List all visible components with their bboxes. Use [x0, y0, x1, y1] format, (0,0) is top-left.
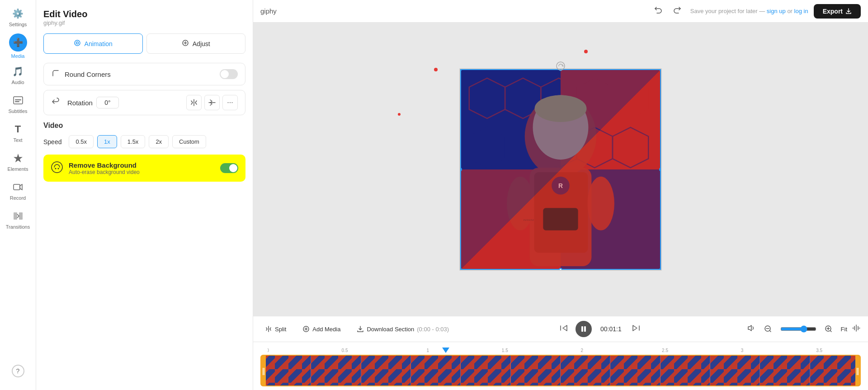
sidebar-item-help[interactable]: ?: [5, 357, 32, 385]
red-dot-2: [584, 50, 588, 53]
zoom-in-btn[interactable]: [821, 321, 836, 337]
rotation-label: Rotation: [67, 99, 93, 107]
sidebar-item-settings[interactable]: ⚙️ Settings: [5, 4, 32, 31]
rotate-handle[interactable]: [556, 61, 566, 73]
track-handle-right[interactable]: ‖: [855, 356, 860, 385]
svg-rect-41: [581, 326, 583, 332]
animation-tab-label: Animation: [85, 40, 113, 47]
track-frame: [461, 356, 510, 385]
remove-background-row: Remove Background Auto-erase background …: [43, 155, 245, 182]
text-icon: T: [12, 123, 24, 136]
ruler-mark-1: 1: [426, 348, 429, 353]
track-handle-left[interactable]: ‖: [261, 356, 266, 385]
adjust-tab-label: Adjust: [193, 40, 210, 47]
ruler-mark-2.5: 2.5: [662, 348, 668, 353]
speed-1x-btn[interactable]: 1x: [97, 135, 117, 148]
bottom-toolbar: Split Add Media Download Section (0:00 -…: [253, 316, 868, 342]
ruler-mark-1.5: 1.5: [502, 348, 508, 353]
skip-forward-button[interactable]: [630, 322, 642, 337]
timeline-area: 0 0.5 1 1.5 2 2.5 3 3.5 ‖: [253, 342, 868, 390]
video-frame: R ∾∾∾: [459, 68, 662, 271]
sidebar-item-label: Elements: [8, 166, 28, 172]
ruler-mark-0: 0: [268, 348, 269, 353]
track-frame: [660, 356, 710, 385]
round-corners-toggle[interactable]: [220, 69, 238, 79]
remove-bg-text: Remove Background Auto-erase background …: [69, 161, 215, 175]
split-button[interactable]: Split: [260, 323, 291, 335]
remove-bg-toggle[interactable]: [220, 163, 238, 173]
tab-adjust[interactable]: Adjust: [146, 33, 246, 54]
zoom-out-btn[interactable]: [760, 321, 776, 337]
speed-custom-btn[interactable]: Custom: [172, 135, 206, 148]
rotation-value[interactable]: 0°: [96, 97, 119, 108]
playhead[interactable]: [442, 348, 449, 353]
remove-bg-title: Remove Background: [69, 161, 215, 169]
handle-mr[interactable]: [659, 168, 662, 171]
svg-point-33: [587, 176, 614, 230]
sidebar-item-elements[interactable]: Elements: [5, 148, 32, 175]
time-display: 00:01:1: [597, 325, 624, 333]
remove-bg-icon: [51, 161, 63, 175]
svg-point-8: [183, 40, 188, 46]
speed-1.5x-btn[interactable]: 1.5x: [121, 135, 146, 148]
add-media-button[interactable]: Add Media: [298, 323, 345, 335]
adjust-tab-icon: [182, 39, 189, 48]
sidebar-item-media[interactable]: ➕ Media: [5, 33, 32, 60]
sidebar-item-text[interactable]: T Text: [5, 119, 32, 146]
speed-0.5x-btn[interactable]: 0.5x: [69, 135, 94, 148]
skip-back-button[interactable]: [557, 322, 570, 337]
track-frame: [411, 356, 461, 385]
settings-icon: ⚙️: [12, 7, 24, 20]
canvas-area: giphy Save your project for later — sign…: [253, 0, 868, 390]
export-button[interactable]: Export: [814, 4, 861, 19]
handle-bm[interactable]: [559, 268, 562, 271]
handle-tr[interactable]: [659, 68, 662, 71]
sidebar-item-label: Subtitles: [8, 108, 27, 114]
canvas-filename: giphy: [260, 7, 277, 15]
sidebar-item-label: Text: [13, 137, 22, 143]
track-frame: [610, 356, 660, 385]
flip-horizontal-btn[interactable]: [186, 95, 202, 110]
fit-label[interactable]: Fit: [841, 326, 847, 333]
ruler-mark-3.5: 3.5: [816, 348, 822, 353]
undo-button[interactable]: [651, 4, 665, 19]
sidebar-item-label: Record: [10, 195, 26, 201]
volume-icon[interactable]: [747, 324, 756, 335]
pause-button[interactable]: [576, 321, 592, 337]
zoom-slider[interactable]: [780, 325, 816, 333]
download-section-button[interactable]: Download Section (0:00 - 0:03): [352, 323, 453, 335]
round-corners-label: Round Corners: [65, 70, 220, 78]
edit-panel-subtitle: giphy.gif: [43, 19, 245, 26]
edit-panel-title: Edit Video: [43, 9, 245, 19]
rotation-row: Rotation 0° ···: [43, 90, 245, 115]
sidebar-item-label: Settings: [9, 22, 27, 27]
track-frame: [311, 356, 361, 385]
round-corners-icon: [51, 69, 60, 80]
speed-2x-btn[interactable]: 2x: [149, 135, 169, 148]
save-text: Save your project for later — sign up or…: [690, 8, 808, 14]
flip-vertical-btn[interactable]: [204, 95, 220, 110]
waveform-icon[interactable]: [852, 324, 861, 335]
sign-up-link[interactable]: sign up: [767, 8, 786, 14]
split-label: Split: [275, 326, 286, 333]
sidebar-item-record[interactable]: Record: [5, 177, 32, 204]
svg-rect-3: [14, 184, 20, 190]
help-icon: ?: [12, 365, 24, 377]
redo-button[interactable]: [670, 4, 685, 19]
svg-rect-42: [584, 326, 586, 332]
more-options-btn[interactable]: ···: [222, 95, 238, 110]
tab-animation[interactable]: Animation: [43, 33, 143, 54]
log-in-link[interactable]: log in: [794, 8, 808, 14]
red-dot-3: [398, 113, 401, 116]
sidebar-item-transitions[interactable]: Transitions: [5, 206, 32, 233]
media-icon: ➕: [9, 33, 27, 52]
ruler-mark-2: 2: [581, 348, 584, 353]
handle-br[interactable]: [659, 268, 662, 271]
sidebar-item-audio[interactable]: 🎵 Audio: [5, 61, 32, 89]
sidebar-item-label: Media: [11, 53, 25, 59]
remove-bg-subtitle: Auto-erase background video: [69, 169, 215, 175]
sidebar-item-label: Audio: [11, 80, 24, 85]
sidebar-item-subtitles[interactable]: Subtitles: [5, 90, 32, 117]
svg-rect-2: [15, 101, 19, 102]
track-frame: [810, 356, 860, 385]
